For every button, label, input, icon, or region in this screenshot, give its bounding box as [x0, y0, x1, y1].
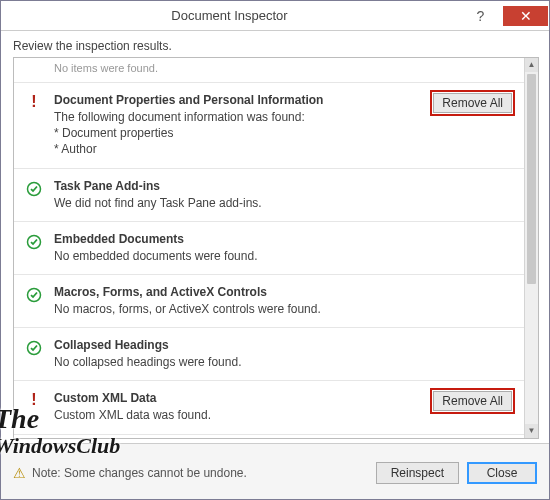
warning-icon: !	[26, 393, 42, 409]
section-body: Task Pane Add-ins We did not find any Ta…	[54, 179, 512, 211]
remove-all-button[interactable]: Remove All	[433, 93, 512, 113]
section-headers-footers-cutoff: Headers, Footers, and Watermarks	[14, 435, 524, 439]
section-task-pane-addins: Task Pane Add-ins We did not find any Ta…	[14, 169, 524, 222]
close-button[interactable]: Close	[467, 462, 537, 484]
remove-all-button[interactable]: Remove All	[433, 391, 512, 411]
checkmark-icon	[26, 340, 42, 356]
section-desc: We did not find any Task Pane add-ins.	[54, 195, 512, 211]
section-desc: Custom XML data was found.	[54, 407, 425, 423]
help-button[interactable]: ?	[458, 6, 503, 26]
results-panel: No items were found. ! Document Properti…	[13, 57, 539, 439]
section-title: Collapsed Headings	[54, 338, 512, 352]
reinspect-button[interactable]: Reinspect	[376, 462, 459, 484]
footer-note: ⚠ Note: Some changes cannot be undone.	[13, 465, 376, 481]
checkmark-icon	[26, 287, 42, 303]
warning-icon: !	[26, 95, 42, 111]
truncated-prior-row: No items were found.	[14, 58, 524, 83]
page-subtitle: Review the inspection results.	[1, 31, 549, 57]
checkmark-icon	[26, 181, 42, 197]
section-title: Custom XML Data	[54, 391, 425, 405]
section-body: Macros, Forms, and ActiveX Controls No m…	[54, 285, 512, 317]
results-list: No items were found. ! Document Properti…	[14, 58, 524, 438]
section-macros-activex: Macros, Forms, and ActiveX Controls No m…	[14, 275, 524, 328]
section-body: Collapsed Headings No collapsed headings…	[54, 338, 512, 370]
scroll-thumb[interactable]	[527, 74, 536, 284]
section-body: Document Properties and Personal Informa…	[54, 93, 425, 158]
section-embedded-documents: Embedded Documents No embedded documents…	[14, 222, 524, 275]
section-title: Macros, Forms, and ActiveX Controls	[54, 285, 512, 299]
scroll-track[interactable]	[525, 72, 538, 424]
section-title: Task Pane Add-ins	[54, 179, 512, 193]
scroll-up-button[interactable]: ▲	[525, 58, 538, 72]
footer: ⚠ Note: Some changes cannot be undone. R…	[1, 443, 549, 500]
section-desc: No collapsed headings were found.	[54, 354, 512, 370]
section-desc: No macros, forms, or ActiveX controls we…	[54, 301, 512, 317]
scroll-down-button[interactable]: ▼	[525, 424, 538, 438]
found-item: * Document properties	[54, 125, 425, 141]
section-title: Document Properties and Personal Informa…	[54, 93, 425, 107]
window-title: Document Inspector	[1, 8, 458, 23]
section-title: Embedded Documents	[54, 232, 512, 246]
found-item: * Author	[54, 141, 425, 157]
close-window-button[interactable]: ✕	[503, 6, 548, 26]
section-desc: The following document information was f…	[54, 109, 425, 125]
warning-triangle-icon: ⚠	[13, 465, 26, 481]
section-document-properties: ! Document Properties and Personal Infor…	[14, 83, 524, 169]
vertical-scrollbar[interactable]: ▲ ▼	[524, 58, 538, 438]
section-desc: No embedded documents were found.	[54, 248, 512, 264]
section-custom-xml: ! Custom XML Data Custom XML data was fo…	[14, 381, 524, 434]
section-body: Custom XML Data Custom XML data was foun…	[54, 391, 425, 423]
section-body: Embedded Documents No embedded documents…	[54, 232, 512, 264]
titlebar: Document Inspector ? ✕	[1, 1, 549, 31]
section-collapsed-headings: Collapsed Headings No collapsed headings…	[14, 328, 524, 381]
footer-note-text: Note: Some changes cannot be undone.	[32, 466, 247, 480]
checkmark-icon	[26, 234, 42, 250]
